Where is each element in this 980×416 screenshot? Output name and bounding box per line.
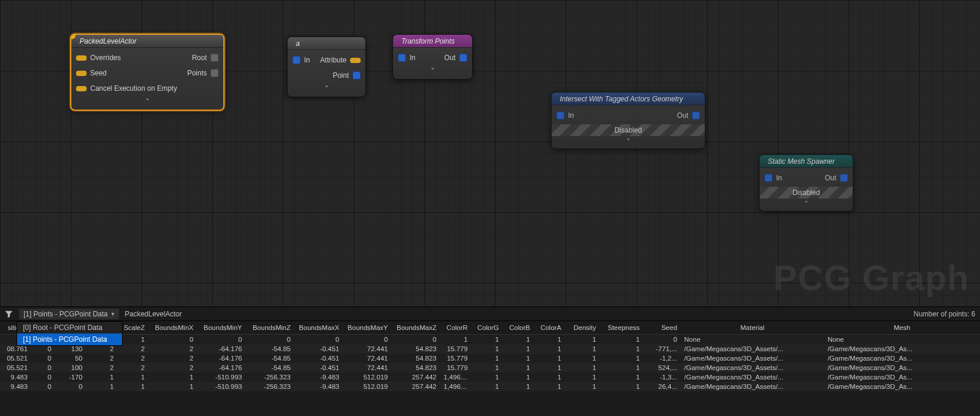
col-mesh[interactable]: Mesh	[824, 321, 980, 334]
node-intersect[interactable]: Intersect With Tagged Actors Geometry In…	[551, 92, 705, 149]
pin-icon	[459, 54, 467, 62]
panel-toolbar: [1] Points - PCGPoint Data ▾ PackedLevel…	[0, 307, 980, 321]
pin-in[interactable]: In	[552, 111, 579, 120]
node-header: Transform Points	[393, 35, 472, 48]
chevron-down-icon[interactable]: ˅	[288, 83, 365, 95]
breadcrumb: PackedLevelActor	[125, 310, 182, 318]
table-row[interactable]: 08.7610130222-64.176-54.85-0.45172.44154…	[0, 344, 980, 354]
chevron-down-icon[interactable]: ˅	[393, 65, 472, 78]
pin-icon	[692, 111, 700, 120]
col-boundsminy[interactable]: BoundsMinY	[197, 321, 246, 334]
col-colora[interactable]: ColorA	[533, 321, 565, 334]
col-colorg[interactable]: ColorG	[471, 321, 503, 334]
table-row[interactable]: 9.48300111-510.993-256.323-9.483512.0192…	[0, 382, 980, 391]
graph-canvas[interactable]: PackedLevelActor Overrides Root Seed Poi…	[0, 0, 980, 306]
col-boundsmaxx[interactable]: BoundsMaxX	[294, 321, 343, 334]
col-steepness[interactable]: Steepness	[600, 321, 644, 334]
param-pin-icon	[76, 55, 87, 61]
pin-seed[interactable]: Seed	[71, 69, 111, 77]
disabled-bar: Disabled	[760, 187, 853, 199]
table-row[interactable]: 05.521050222-64.176-54.85-0.45172.44154.…	[0, 354, 980, 363]
chevron-down-icon: ▾	[111, 311, 114, 317]
pin-points[interactable]: Points	[183, 69, 223, 77]
dropdown-item[interactable]: [1] Points - PCGPoint Data	[17, 334, 122, 345]
pin-icon	[556, 111, 565, 120]
pin-in[interactable]: In	[760, 174, 787, 182]
col-density[interactable]: Density	[565, 321, 599, 334]
dropdown-menu: [0] Root - PCGPoint Data [1] Points - PC…	[17, 321, 123, 346]
node-title: Transform Points	[401, 37, 454, 45]
pin-icon	[210, 54, 219, 62]
chevron-down-icon[interactable]: ˅	[552, 136, 705, 148]
node-title: PackedLevelActor	[80, 37, 137, 45]
pin-root[interactable]: Root	[187, 54, 223, 62]
dropdown-label: [1] Points - PCGPoint Data	[24, 310, 108, 318]
col-boundsmaxy[interactable]: BoundsMaxY	[343, 321, 392, 334]
pin-icon	[764, 174, 773, 182]
point-count: Number of points: 6	[913, 310, 975, 318]
node-static-mesh-spawner[interactable]: Static Mesh Spawner In Out Disabled ˅	[759, 154, 853, 212]
col-seed[interactable]: Seed	[644, 321, 681, 334]
pin-point[interactable]: Point	[328, 71, 365, 80]
pin-out[interactable]: Out	[672, 111, 705, 120]
col-boundsminz[interactable]: BoundsMinZ	[246, 321, 295, 334]
pin-out[interactable]: Out	[440, 54, 472, 62]
pin-icon	[840, 174, 848, 182]
node-header: PackedLevelActor	[71, 35, 223, 48]
data-source-dropdown[interactable]: [1] Points - PCGPoint Data ▾	[19, 309, 119, 319]
col-colorr[interactable]: ColorR	[440, 321, 471, 334]
dropdown-item[interactable]: [0] Root - PCGPoint Data	[17, 322, 122, 334]
node-packed-level-actor[interactable]: PackedLevelActor Overrides Root Seed Poi…	[70, 34, 225, 111]
node-title: Static Mesh Spawner	[768, 157, 834, 166]
filter-icon[interactable]	[5, 310, 13, 318]
node-a[interactable]: a In Attribute Point ˅	[287, 37, 366, 97]
data-panel: [1] Points - PCGPoint Data ▾ PackedLevel…	[0, 306, 980, 416]
pin-attribute[interactable]: Attribute	[315, 56, 365, 64]
pin-cancel[interactable]: Cancel Execution on Empty	[71, 84, 182, 93]
node-title: a	[296, 39, 300, 48]
pin-icon	[292, 56, 301, 64]
pin-out[interactable]: Out	[820, 174, 853, 182]
table-row[interactable]: 001110000001111110NoneNone	[0, 334, 980, 344]
table-row[interactable]: 9.4830-170111-510.993-256.323-9.483512.0…	[0, 372, 980, 382]
disabled-bar: Disabled	[552, 124, 705, 136]
chevron-down-icon[interactable]: ˅	[760, 199, 853, 211]
node-title: Intersect With Tagged Actors Geometry	[560, 95, 683, 103]
pin-icon	[398, 54, 406, 62]
node-header: Intersect With Tagged Actors Geometry	[552, 93, 705, 105]
pin-icon	[210, 69, 219, 77]
pin-in[interactable]: In	[393, 54, 420, 62]
col-boundsminx[interactable]: BoundsMinX	[149, 321, 197, 334]
pin-overrides[interactable]: Overrides	[71, 54, 126, 62]
node-transform-points[interactable]: Transform Points In Out ˅	[392, 34, 473, 80]
chevron-up-icon[interactable]: ˄	[71, 96, 223, 108]
col-boundsmaxz[interactable]: BoundsMaxZ	[391, 321, 440, 334]
table-row[interactable]: 05.5210100222-64.176-54.85-0.45172.44154…	[0, 363, 980, 372]
param-pin-icon	[76, 86, 87, 91]
watermark: PCG Graph	[774, 257, 969, 298]
node-header: Static Mesh Spawner	[760, 155, 853, 168]
col-colorb[interactable]: ColorB	[503, 321, 534, 334]
param-pin-icon	[350, 58, 361, 63]
node-header: a	[288, 37, 365, 50]
pin-in[interactable]: In	[288, 56, 315, 64]
points-table: sitionZnZScaleXScaleYScaleZBoundsMinXBou…	[0, 321, 980, 391]
col-material[interactable]: Material	[681, 321, 824, 334]
param-pin-icon	[76, 71, 87, 76]
pin-icon	[352, 71, 361, 80]
